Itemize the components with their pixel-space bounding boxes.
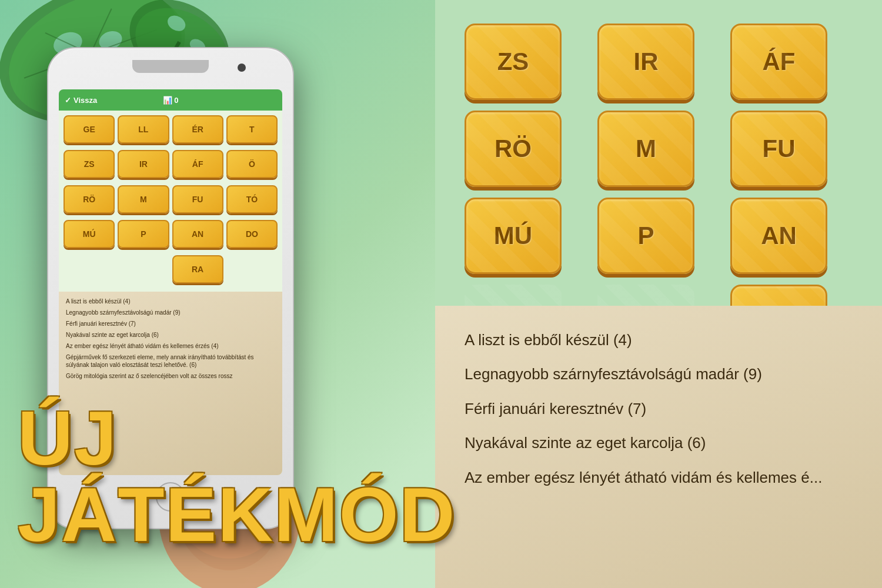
phone-clue-6: Gépjárművek fő szerkezeti eleme, mely an… (66, 353, 275, 369)
phone-clue-1: A liszt is ebből készül (4) (66, 298, 275, 305)
clue-item-4: Nyakával szinte az eget karcolja (6) (465, 432, 853, 453)
phone-grid: GE LL ÉR T ZS IR ÁF Ö RÖ M FU TÓ MÚ P AN… (59, 111, 282, 292)
tile-af[interactable]: ÁF (730, 24, 827, 100)
phone-tile-m[interactable]: M (118, 185, 169, 213)
game-board-area: ZS IR ÁF RÖ M FU MÚ P AN RA A liszt is e… (435, 0, 882, 588)
phone-tile-fu[interactable]: FU (172, 185, 223, 213)
phone-tile-ge[interactable]: GE (64, 115, 115, 143)
phone-tile-ro[interactable]: RÖ (64, 185, 115, 213)
phone-clue-5: Az ember egész lényét átható vidám és ke… (66, 342, 275, 350)
title-line1: ÚJ (18, 400, 456, 476)
tile-zs[interactable]: ZS (465, 24, 562, 100)
tile-mu[interactable]: MÚ (465, 198, 562, 274)
phone-tile-an[interactable]: AN (172, 220, 223, 248)
phone-tile-af[interactable]: ÁF (172, 150, 223, 178)
phone-tile-o[interactable]: Ö (226, 150, 278, 178)
phone-tile-do[interactable]: DO (226, 220, 278, 248)
clue-item-3: Férfi januári keresztnév (7) (465, 398, 853, 419)
phone-tile-mu[interactable]: MÚ (64, 220, 115, 248)
phone-notch (132, 60, 209, 73)
score-display: 📊 0 (163, 96, 179, 105)
tile-ro[interactable]: RÖ (465, 111, 562, 187)
phone-tile-empty1 (64, 255, 115, 283)
phone-tile-er[interactable]: ÉR (172, 115, 223, 143)
phone-clue-3: Férfi januári keresztnév (7) (66, 320, 275, 328)
phone-tile-p[interactable]: P (118, 220, 169, 248)
phone-camera (238, 64, 246, 72)
tile-fu[interactable]: FU (730, 111, 827, 187)
clue-item-1: A liszt is ebből készül (4) (465, 329, 853, 350)
title-line2: JÁTÉKMÓD (18, 476, 456, 553)
phone-header: ✓ Vissza 📊 0 (59, 89, 282, 111)
phone-tile-to[interactable]: TÓ (226, 185, 278, 213)
phone-clue-2: Legnagyobb szárnyfesztávolságú madár (9) (66, 309, 275, 316)
phone-tile-t[interactable]: T (226, 115, 278, 143)
tile-an[interactable]: AN (730, 198, 827, 274)
phone-clue-4: Nyakával szinte az eget karcolja (6) (66, 331, 275, 339)
clue-section: A liszt is ebből készül (4) Legnagyobb s… (435, 306, 882, 588)
phone-tile-ra[interactable]: RA (172, 255, 223, 283)
tile-ir[interactable]: IR (597, 24, 694, 100)
clue-list: A liszt is ebből készül (4) Legnagyobb s… (465, 329, 853, 488)
title-area: ÚJ JÁTÉKMÓD (18, 400, 456, 553)
phone-tile-empty2 (118, 255, 169, 283)
clue-item-5: Az ember egész lényét átható vidám és ke… (465, 467, 853, 488)
phone-tile-empty3 (226, 255, 278, 283)
tile-p[interactable]: P (597, 198, 694, 274)
back-button[interactable]: ✓ Vissza (65, 96, 97, 105)
tile-m[interactable]: M (597, 111, 694, 187)
check-icon: ✓ (65, 96, 71, 105)
bar-chart-icon: 📊 (163, 96, 172, 105)
phone-tile-ll[interactable]: LL (118, 115, 169, 143)
phone-tile-zs[interactable]: ZS (64, 150, 115, 178)
phone-clue-7: Görög mitológia szerint az ő szelencéjéb… (66, 372, 275, 380)
clue-item-2: Legnagyobb szárnyfesztávolságú madár (9) (465, 363, 853, 385)
phone-tile-ir[interactable]: IR (118, 150, 169, 178)
